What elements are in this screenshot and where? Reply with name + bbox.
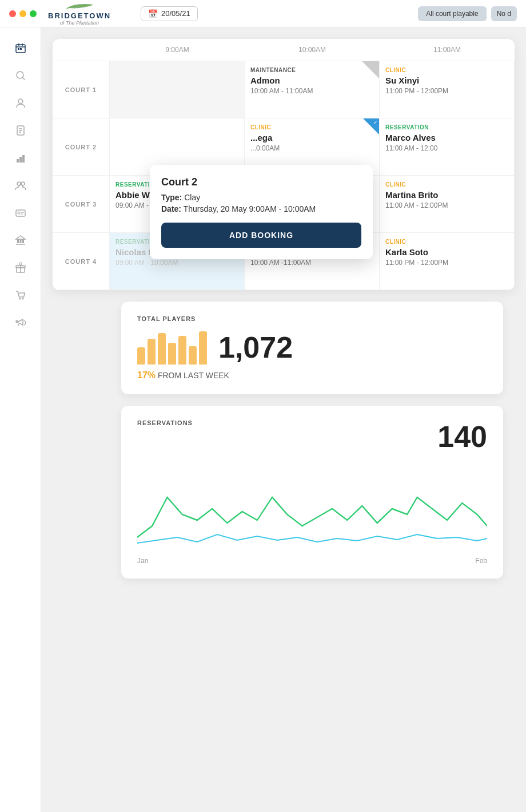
- bar-1: [137, 347, 145, 365]
- line-chart: [137, 463, 487, 554]
- schedule-card: 9:00AM 10:00AM 11:00AM COURT 1 MAINTENAN…: [53, 39, 515, 290]
- bar-2: [148, 339, 156, 365]
- booking-type: MAINTENANCE: [250, 67, 373, 73]
- popup-date-label: Date:: [161, 204, 181, 213]
- svg-rect-18: [16, 210, 25, 216]
- no-d-button[interactable]: No d: [491, 6, 517, 21]
- reservations-title: RESERVATIONS: [137, 419, 193, 426]
- time-header: 9:00AM 10:00AM 11:00AM: [53, 39, 515, 61]
- svg-point-19: [18, 212, 20, 214]
- court-1-slot-3[interactable]: CLINIC Su Xinyi 11:00 PM - 12:00PM: [380, 61, 515, 118]
- bar-5: [178, 336, 186, 365]
- month-start: Jan: [137, 557, 148, 565]
- court-3-label: COURT 3: [53, 176, 110, 232]
- sidebar-item-search[interactable]: [9, 64, 32, 87]
- add-booking-button[interactable]: ADD BOOKING: [161, 223, 361, 248]
- logo: BRIDGETOWN of The Plantation: [48, 1, 111, 26]
- court-2-slot-3[interactable]: RESERVATION Marco Alves 11:00 AM - 12:00: [380, 118, 515, 175]
- minimize-button[interactable]: [19, 10, 26, 17]
- reservations-card: RESERVATIONS 140 Jan Feb: [121, 406, 503, 579]
- popup-date: Date: Thursday, 20 May 9:00AM - 10:00AM: [161, 204, 361, 213]
- svg-rect-23: [17, 239, 19, 243]
- stat-percent: 17%: [137, 370, 156, 380]
- popup-type-value: Clay: [184, 193, 200, 202]
- sidebar-item-document[interactable]: [9, 119, 32, 142]
- main-layout: 9:00AM 10:00AM 11:00AM COURT 1 MAINTENAN…: [0, 27, 526, 812]
- svg-rect-5: [20, 48, 22, 50]
- court-3-slot-3[interactable]: CLINIC Martina Brito 11:00 AM - 12:00PM: [380, 176, 515, 232]
- svg-rect-25: [22, 239, 24, 243]
- svg-rect-14: [19, 157, 22, 163]
- traffic-lights: [9, 10, 37, 17]
- calendar-icon: 📅: [148, 9, 158, 18]
- booking-name: ...ega: [250, 133, 373, 142]
- popup-title: Court 2: [161, 176, 361, 188]
- time-9am: 9:00AM: [110, 46, 245, 54]
- booking-name: Su Xinyi: [385, 76, 508, 85]
- stat-main-row: 1,072: [137, 330, 487, 365]
- booking-time: 11:00 PM - 12:00PM: [385, 87, 508, 95]
- bar-7: [199, 331, 207, 365]
- time-11am: 11:00AM: [380, 46, 515, 54]
- date-selector[interactable]: 📅 20/05/21: [141, 6, 198, 21]
- booking-time: 10:00 AM -11:00AM: [250, 259, 373, 267]
- booking-popup: Court 2 Type: Clay Date: Thursday, 20 Ma…: [150, 165, 373, 259]
- bar-3: [158, 333, 166, 365]
- logo-sub-text: of The Plantation: [60, 20, 99, 26]
- month-end: Feb: [475, 557, 487, 565]
- sidebar-item-team[interactable]: [9, 174, 32, 197]
- booking-type: CLINIC: [385, 239, 508, 245]
- booking-time: 09:00 AM - 10:00AM: [115, 259, 238, 267]
- maintenance-triangle-icon: [362, 61, 379, 78]
- booking-name: Martina Brito: [385, 190, 508, 200]
- header-buttons: All court playable No d: [418, 6, 517, 21]
- booking-time: 11:00 PM - 12:00PM: [385, 259, 508, 267]
- title-bar: BRIDGETOWN of The Plantation 📅 20/05/21 …: [0, 0, 526, 27]
- sidebar-item-id-card[interactable]: [9, 201, 32, 224]
- sidebar-item-megaphone[interactable]: [9, 311, 32, 334]
- sidebar-item-user[interactable]: [9, 92, 32, 114]
- all-court-playable-button[interactable]: All court playable: [418, 6, 486, 21]
- svg-point-30: [19, 298, 21, 300]
- time-10am: 10:00AM: [245, 46, 380, 54]
- stat-footer-text: FROM LAST WEEK: [158, 371, 229, 380]
- svg-point-8: [18, 99, 23, 104]
- sidebar-item-bank[interactable]: [9, 229, 32, 252]
- svg-rect-15: [22, 155, 25, 163]
- bar-chart: [137, 330, 207, 365]
- court-4-slot-3[interactable]: CLINIC Karla Soto 11:00 PM - 12:00PM: [380, 233, 515, 290]
- popup-date-value: Thursday, 20 May 9:00AM - 10:00AM: [184, 204, 316, 213]
- svg-line-7: [22, 78, 25, 80]
- popup-type: Type: Clay: [161, 193, 361, 202]
- court-1-slot-2[interactable]: MAINTENANCE Admon 10:00 AM - 11:00AM: [245, 61, 380, 118]
- stat-footer: 17% FROM LAST WEEK: [137, 370, 487, 381]
- sidebar-item-gift[interactable]: [9, 256, 32, 279]
- svg-point-31: [22, 298, 23, 300]
- svg-rect-13: [17, 159, 19, 163]
- reservations-count: 140: [437, 419, 487, 454]
- total-players-title: TOTAL PLAYERS: [137, 315, 487, 322]
- sidebar-item-chart[interactable]: [9, 146, 32, 169]
- sidebar-item-cart[interactable]: [9, 284, 32, 307]
- booking-time: ...0:00AM: [250, 144, 373, 152]
- svg-rect-24: [19, 239, 21, 243]
- booking-name: Marco Alves: [385, 133, 508, 142]
- booking-type: CLINIC: [250, 124, 373, 130]
- total-players-count: 1,072: [218, 330, 293, 365]
- court-2-label: COURT 2: [53, 118, 110, 175]
- close-button[interactable]: [9, 10, 16, 17]
- sidebar: [0, 27, 41, 812]
- svg-marker-22: [16, 236, 25, 239]
- court-1-slot-1[interactable]: [110, 61, 245, 118]
- sidebar-item-calendar[interactable]: [9, 37, 32, 60]
- booking-time: 10:00 AM - 11:00AM: [250, 87, 373, 95]
- total-players-card: TOTAL PLAYERS 1,072 17% FROM LAST WEEK: [121, 302, 503, 394]
- booking-type: CLINIC: [385, 67, 508, 73]
- bar-4: [168, 343, 176, 365]
- month-labels: Jan Feb: [137, 557, 487, 565]
- content-area: 9:00AM 10:00AM 11:00AM COURT 1 MAINTENAN…: [41, 27, 526, 812]
- court-4-label: COURT 4: [53, 233, 110, 290]
- maximize-button[interactable]: [30, 10, 37, 17]
- booking-time: 11:00 AM - 12:00PM: [385, 201, 508, 209]
- booking-type: CLINIC: [385, 181, 508, 188]
